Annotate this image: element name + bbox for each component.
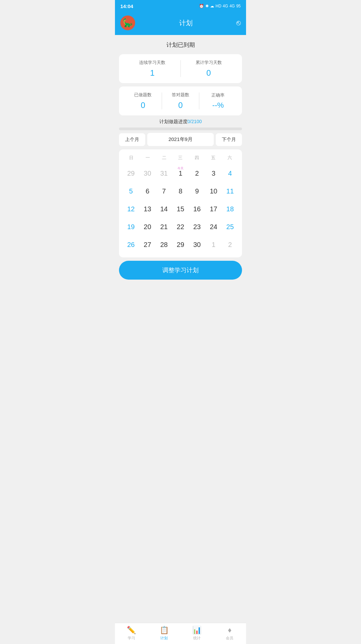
calendar-day[interactable]: 5 — [123, 183, 139, 200]
page-title: 计划 — [179, 19, 193, 28]
bluetooth-icon: ✱ — [205, 4, 209, 8]
calendar-date-number: 2 — [195, 170, 199, 177]
next-month-button[interactable]: 下个月 — [216, 133, 242, 146]
calendar-day[interactable]: 19 — [123, 218, 139, 236]
plan-icon: 📋 — [160, 626, 169, 635]
progress-section: 计划做题进度0/2100 — [119, 119, 242, 130]
calendar-date-number: 13 — [144, 205, 151, 213]
export-icon[interactable]: ⎋ — [236, 19, 241, 27]
nav-item-study[interactable]: ✏️ 学习 — [115, 623, 148, 644]
plan-label: 计划 — [160, 636, 168, 641]
calendar-day[interactable]: 今天1 — [172, 165, 188, 182]
accuracy-value: --% — [212, 101, 224, 110]
calendar-day[interactable]: 13 — [139, 201, 155, 218]
calendar-day[interactable]: 17 — [206, 201, 222, 218]
calendar-day[interactable]: 9 — [189, 183, 205, 200]
calendar-date-number: 15 — [177, 205, 184, 213]
progress-bar-wrap — [119, 128, 242, 130]
correct-label: 答对题数 — [172, 92, 189, 98]
calendar-day[interactable]: 26 — [123, 236, 139, 253]
calendar-date-number: 1 — [212, 241, 215, 248]
calendar-date-number: 8 — [178, 187, 182, 195]
study-label: 学习 — [128, 636, 135, 641]
adjust-plan-button[interactable]: 调整学习计划 — [119, 261, 242, 280]
status-bar: 14:04 ⏰ ✱ ☁ HD 4G 4G 95 — [115, 0, 246, 12]
calendar-day[interactable]: 10 — [206, 183, 222, 200]
calendar-date-number: 22 — [177, 223, 184, 230]
calendar-date-number: 19 — [127, 223, 134, 230]
calendar-day[interactable]: 6 — [139, 183, 155, 200]
calendar-date-number: 30 — [144, 170, 151, 177]
study-icon: ✏️ — [127, 626, 136, 635]
calendar-day[interactable]: 24 — [206, 218, 222, 236]
expired-notice: 计划已到期 — [119, 39, 242, 51]
calendar-grid: 293031今天12345678910111213141516171819202… — [123, 165, 238, 253]
stats-row-2: 已做题数 0 答对题数 0 正确率 --% — [124, 92, 237, 110]
weekday-sat: 六 — [222, 153, 238, 162]
calendar-day[interactable]: 2 — [189, 165, 205, 182]
weekday-fri: 五 — [205, 153, 222, 162]
calendar-date-number: 30 — [193, 241, 201, 248]
progress-nums: 0/2100 — [188, 119, 202, 124]
stats-icon: 📊 — [192, 626, 201, 635]
calendar-day[interactable]: 11 — [222, 183, 238, 200]
calendar-day[interactable]: 16 — [189, 201, 205, 218]
calendar-date-number: 14 — [160, 205, 168, 213]
correct-questions: 答对题数 0 — [162, 92, 199, 110]
correct-value: 0 — [178, 101, 183, 110]
calendar-date-number: 11 — [226, 187, 234, 195]
calendar-day[interactable]: 18 — [222, 201, 238, 218]
calendar-nav: 上个月 2021年9月 下个月 — [119, 133, 242, 146]
calendar-date-number: 1 — [178, 170, 182, 177]
calendar-day[interactable]: 8 — [172, 183, 188, 200]
calendar-day[interactable]: 22 — [172, 218, 188, 236]
alarm-icon: ⏰ — [199, 4, 204, 8]
calendar-day[interactable]: 29 — [172, 236, 188, 253]
cumulative-days: 累计学习天数 0 — [181, 60, 237, 78]
calendar-card: 日 一 二 三 四 五 六 293031今天123456789101112131… — [119, 149, 242, 257]
calendar-date-number: 2 — [228, 241, 232, 248]
header: 🦕 计划 ⎋ — [115, 12, 246, 35]
weekday-mon: 一 — [139, 153, 156, 162]
avatar[interactable]: 🦕 — [120, 15, 135, 30]
calendar-day[interactable]: 30 — [139, 165, 155, 182]
calendar-day[interactable]: 2 — [222, 236, 238, 253]
prev-month-button[interactable]: 上个月 — [119, 133, 145, 146]
nav-item-stats[interactable]: 📊 统计 — [180, 623, 213, 644]
nav-item-member[interactable]: ♦ 会员 — [213, 623, 246, 644]
nav-item-plan[interactable]: 📋 计划 — [148, 623, 181, 644]
weekday-thu: 四 — [189, 153, 205, 162]
calendar-day[interactable]: 1 — [206, 236, 222, 253]
calendar-date-number: 12 — [127, 205, 134, 213]
calendar-day[interactable]: 20 — [139, 218, 155, 236]
calendar-day[interactable]: 12 — [123, 201, 139, 218]
calendar-day[interactable]: 29 — [123, 165, 139, 182]
stats-card-1: 连续学习天数 1 累计学习天数 0 — [119, 54, 242, 83]
member-icon: ♦ — [228, 626, 232, 635]
calendar-date-number: 20 — [144, 223, 151, 230]
calendar-date-number: 16 — [193, 205, 201, 213]
weekday-wed: 三 — [172, 153, 189, 162]
battery-icon: 95 — [236, 4, 241, 8]
calendar-day[interactable]: 25 — [222, 218, 238, 236]
accuracy-label: 正确率 — [211, 92, 225, 98]
weekday-sun: 日 — [123, 153, 139, 162]
calendar-day[interactable]: 3 — [206, 165, 222, 182]
calendar-date-number: 31 — [160, 170, 168, 177]
calendar-day[interactable]: 23 — [189, 218, 205, 236]
calendar-date-number: 4 — [228, 170, 232, 177]
calendar-day[interactable]: 4 — [222, 165, 238, 182]
calendar-date-number: 28 — [160, 241, 168, 248]
calendar-day[interactable]: 27 — [139, 236, 155, 253]
calendar-day[interactable]: 21 — [156, 218, 172, 236]
calendar-date-number: 6 — [146, 187, 149, 195]
bottom-nav: ✏️ 学习 📋 计划 📊 统计 ♦ 会员 — [115, 623, 246, 644]
calendar-date-number: 17 — [210, 205, 217, 213]
calendar-day[interactable]: 15 — [172, 201, 188, 218]
calendar-day[interactable]: 28 — [156, 236, 172, 253]
calendar-date-number: 24 — [210, 223, 217, 230]
calendar-day[interactable]: 7 — [156, 183, 172, 200]
calendar-day[interactable]: 30 — [189, 236, 205, 253]
calendar-day[interactable]: 14 — [156, 201, 172, 218]
calendar-day[interactable]: 31 — [156, 165, 172, 182]
